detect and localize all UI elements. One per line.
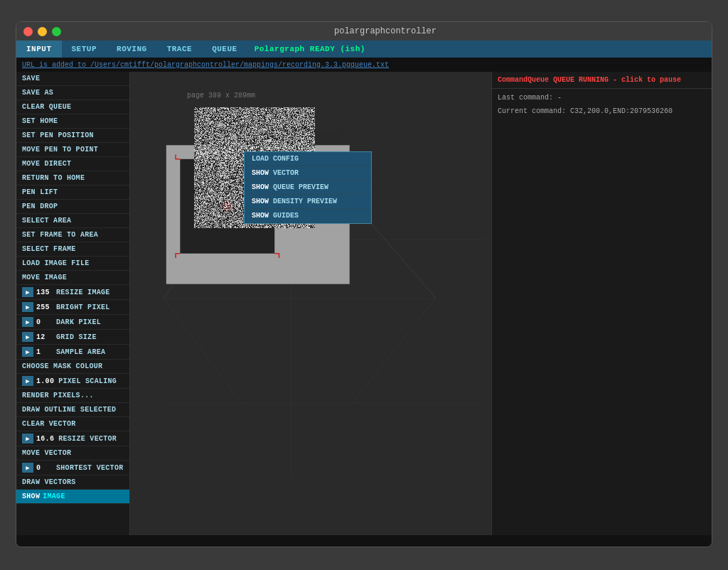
resize-image-value: 135 [36,289,52,296]
show-guides-item[interactable]: SHOW GUIDES [245,209,371,223]
last-command: Last command: - [498,92,706,104]
show-image-label: IMAGE [43,493,65,500]
shortest-vector-decrement[interactable]: ▶ [22,463,33,473]
menu-setup[interactable]: SETUP [62,41,107,58]
maximize-button[interactable] [52,27,61,36]
resize-image-stepper: ▶ 135 RESIZE IMAGE [16,285,129,300]
dark-pixel-value: 0 [36,318,52,326]
minimize-button[interactable] [38,27,47,36]
resize-vector-stepper: ▶ 16.6 RESIZE VECTOR [16,431,129,446]
bottom-status [16,535,712,547]
url-text: URL is added to /Users/cmtifft/polargrap… [22,61,389,69]
move-vector-button[interactable]: MOVE VECTOR [16,446,129,461]
grid-size-stepper: ▶ 12 GRID SIZE [16,330,129,345]
render-pixels-button[interactable]: RENDER PIXELS... [16,389,129,403]
move-direct-button[interactable]: MOVE DIRECT [16,157,129,171]
sidebar: SAVE SAVE AS CLEAR QUEUE SET HOME SET PE… [16,72,130,535]
pixel-scaling-decrement[interactable]: ▶ [22,376,33,386]
pen-lift-button[interactable]: PEN LIFT [16,185,129,200]
sample-area-label: SAMPLE AREA [56,348,105,356]
grid-size-decrement[interactable]: ▶ [22,332,33,342]
clear-queue-button[interactable]: CLEAR QUEUE [16,100,129,114]
menu-trace[interactable]: TRACE [157,41,203,58]
load-image-file-button[interactable]: LOAD IMAGE FILE [16,257,129,271]
menu-roving[interactable]: ROVING [107,41,157,58]
load-config-item[interactable]: LOAD CONFIG [245,152,371,166]
pixel-scaling-label: PIXEL SCALING [58,377,117,385]
bright-pixel-stepper: ▶ 255 BRIGHT PIXEL [16,300,129,315]
menu-input[interactable]: INPUT [16,41,62,58]
save-button[interactable]: SAVE [16,72,129,86]
show-image-button[interactable]: SHOW IMAGE [16,490,129,504]
grid-size-value: 12 [36,333,52,341]
main-content: SAVE SAVE AS CLEAR QUEUE SET HOME SET PE… [16,72,712,535]
move-pen-to-point-button[interactable]: MOVE PEN TO POINT [16,143,129,157]
grid-size-label: GRID SIZE [56,333,97,341]
svg-line-13 [353,298,436,403]
page-label: page 389 x 289mm [187,92,255,100]
save-as-button[interactable]: SAVE AS [16,86,129,100]
shortest-vector-label: SHORTEST VECTOR [56,464,124,472]
canvas-svg [130,72,491,535]
pixel-scaling-value: 1.00 [36,377,54,385]
sample-area-stepper: ▶ 1 SAMPLE AREA [16,345,129,360]
shortest-vector-stepper: ▶ 0 SHORTEST VECTOR [16,461,129,475]
resize-vector-decrement[interactable]: ▶ [22,434,33,443]
set-frame-to-area-button[interactable]: SET FRAME TO AREA [16,228,129,242]
resize-image-decrement[interactable]: ▶ [22,287,33,297]
dark-pixel-decrement[interactable]: ▶ [22,317,33,327]
dark-pixel-stepper: ▶ 0 DARK PIXEL [16,315,129,330]
menu-queue[interactable]: QUEUE [202,41,247,58]
command-info: Last command: - Current command: C32,200… [492,89,712,121]
move-image-button[interactable]: MOVE IMAGE [16,271,129,285]
show-density-preview-item[interactable]: SHOW DENSITY PREVIEW [245,195,371,209]
current-command: Current command: C32,200.0,END:207953626… [498,106,706,117]
menubar: INPUT SETUP ROVING TRACE QUEUE Polargrap… [16,41,712,58]
resize-image-label: RESIZE IMAGE [56,289,110,296]
url-bar: URL is added to /Users/cmtifft/polargrap… [16,58,712,72]
command-queue-header[interactable]: CommandQueue QUEUE RUNNING - click to pa… [492,72,712,89]
titlebar: polargraphcontroller [16,22,712,41]
clear-vector-button[interactable]: CLEAR VECTOR [16,417,129,431]
draw-outline-selected-button[interactable]: DRAW OUTLINE SELECTED [16,403,129,417]
main-window: polargraphcontroller INPUT SETUP ROVING … [16,21,712,547]
svg-point-9 [222,200,233,212]
return-to-home-button[interactable]: RETURN TO HOME [16,171,129,185]
pen-drop-button[interactable]: PEN DROP [16,200,129,214]
svg-point-10 [225,203,230,209]
window-title: polargraphcontroller [66,26,705,36]
set-home-button[interactable]: SET HOME [16,114,129,129]
select-area-button[interactable]: SELECT AREA [16,214,129,228]
show-queue-preview-item[interactable]: SHOW QUEUE PREVIEW [245,181,371,195]
draw-vectors-button[interactable]: DRAW VECTORS [16,475,129,490]
bright-pixel-value: 255 [36,303,52,311]
sample-area-decrement[interactable]: ▶ [22,347,33,357]
sample-area-value: 1 [36,348,52,356]
choose-mask-colour-button[interactable]: CHOOSE MASK COLOUR [16,360,129,374]
bright-pixel-label: BRIGHT PIXEL [56,303,110,311]
pixel-scaling-stepper: ▶ 1.00 PIXEL SCALING [16,374,129,389]
dropdown-menu: LOAD CONFIG SHOW VECTOR SHOW QUEUE PREVI… [244,151,372,224]
dark-pixel-label: DARK PIXEL [56,318,101,326]
select-frame-button[interactable]: SELECT FRAME [16,242,129,257]
close-button[interactable] [23,27,33,36]
right-panel: CommandQueue QUEUE RUNNING - click to pa… [491,72,712,535]
bright-pixel-decrement[interactable]: ▶ [22,302,33,312]
canvas-area: page 389 x 289mm LOAD CONFIG SHOW VECTOR… [130,72,491,535]
resize-vector-value: 16.6 [36,435,54,443]
svg-line-12 [164,298,241,403]
menu-status: Polargraph READY (ish) [247,41,712,58]
shortest-vector-value: 0 [36,464,52,472]
resize-vector-label: RESIZE VECTOR [58,435,117,443]
show-vector-item[interactable]: SHOW VECTOR [245,166,371,181]
set-pen-position-button[interactable]: SET PEN POSITION [16,129,129,143]
